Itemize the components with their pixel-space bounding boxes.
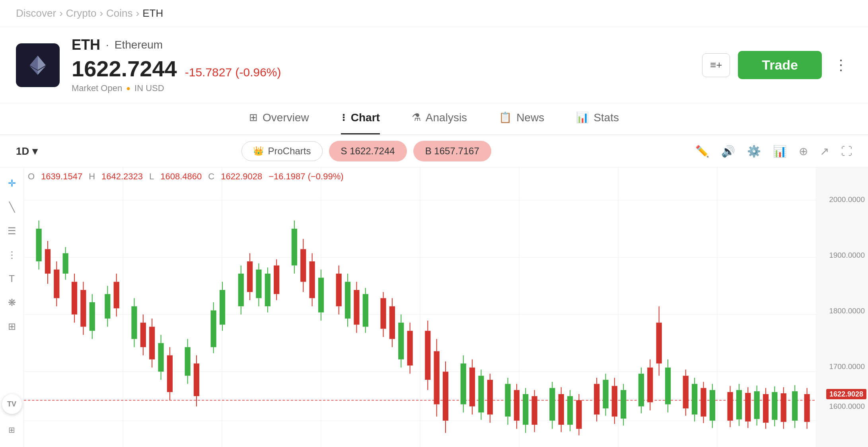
price-label-1600: 1600.0000	[829, 402, 865, 411]
tab-news[interactable]: 📋 News	[499, 103, 544, 134]
zoom-in-button[interactable]: ⊕	[799, 145, 808, 158]
watchlist-icon: ≡+	[710, 59, 722, 71]
svg-rect-84	[274, 265, 279, 294]
svg-rect-81	[265, 274, 271, 306]
trade-button[interactable]: Trade	[738, 51, 822, 79]
breadcrumb-crypto[interactable]: Crypto	[66, 7, 97, 19]
svg-rect-141	[487, 380, 493, 414]
svg-rect-51	[149, 327, 155, 360]
svg-rect-177	[621, 390, 626, 419]
price-label-1700: 1700.0000	[829, 362, 865, 371]
crown-icon: 👑	[253, 146, 264, 156]
price-change: -15.7827 (-0.96%)	[185, 66, 281, 79]
breadcrumb-coins[interactable]: Coins	[106, 7, 132, 19]
more-tools[interactable]: ⊞	[4, 319, 20, 334]
svg-rect-72	[238, 274, 244, 306]
svg-rect-111	[380, 298, 386, 329]
header-price: 1622.7244 -15.7827 (-0.96%)	[72, 56, 690, 82]
text-tool[interactable]: T	[4, 271, 20, 287]
line-tool[interactable]: ╲	[4, 199, 20, 215]
svg-rect-207	[736, 390, 742, 420]
ohlc-h-value: 1642.2323	[101, 171, 143, 182]
tab-overview[interactable]: ⊞ Overview	[249, 103, 309, 134]
draw-button[interactable]: ✏️	[695, 145, 709, 158]
svg-rect-42	[114, 282, 119, 309]
procharts-label: ProCharts	[268, 146, 311, 157]
svg-rect-33	[80, 290, 86, 327]
svg-rect-117	[398, 323, 404, 359]
tv-watermark: TV	[2, 394, 22, 414]
settings-gear[interactable]: ⊞	[4, 422, 20, 438]
chart-icon: ⫶	[341, 111, 346, 124]
svg-rect-57	[167, 355, 173, 392]
news-icon: 📋	[499, 111, 512, 124]
candlestick-chart	[24, 167, 816, 447]
header-info: ETH · Ethereum 1622.7244 -15.7827 (-0.96…	[72, 37, 690, 93]
chart-main[interactable]: O 1639.1547 H 1642.2323 L 1608.4860 C 16…	[24, 167, 816, 447]
price-label-1800: 1800.0000	[829, 307, 865, 315]
stock-header: ETH · Ethereum 1622.7244 -15.7827 (-0.96…	[0, 27, 868, 103]
bar-style-button[interactable]: 📊	[773, 145, 787, 158]
procharts-button[interactable]: 👑 ProCharts	[241, 141, 322, 161]
timeframe-selector[interactable]: 1D ▾	[16, 145, 37, 157]
header-actions: ≡+ Trade ⋮	[702, 51, 852, 79]
svg-rect-129	[443, 372, 448, 421]
tab-chart[interactable]: ⫶ Chart	[341, 103, 380, 134]
svg-rect-144	[505, 384, 510, 416]
sell-button[interactable]: S 1622.7244	[329, 141, 407, 161]
horizontal-tool[interactable]: ☰	[4, 223, 20, 239]
coin-name: Ethereum	[115, 39, 163, 51]
svg-rect-192	[683, 376, 689, 408]
current-price-badge: 1622.9028	[826, 390, 866, 398]
share-button[interactable]: ↗	[820, 145, 829, 158]
tab-analysis[interactable]: ⚗ Analysis	[412, 103, 467, 134]
svg-rect-21	[45, 249, 51, 274]
svg-rect-18	[36, 229, 41, 261]
svg-rect-147	[514, 390, 520, 421]
svg-rect-210	[745, 393, 751, 422]
header-title: ETH · Ethereum	[72, 37, 690, 53]
breadcrumb-eth[interactable]: ETH	[142, 7, 163, 19]
svg-rect-213	[754, 391, 759, 419]
toolbar-right: ✏️ 🔊 ⚙️ 📊 ⊕ ↗ ⛶	[695, 145, 852, 158]
crosshair-tool[interactable]: ✛	[4, 175, 20, 191]
tab-stats-label: Stats	[594, 111, 619, 124]
price-axis: 2000.0000 1900.0000 1800.0000 1700.0000 …	[816, 167, 868, 447]
svg-rect-168	[594, 384, 599, 414]
vertical-tool[interactable]: ⋮	[4, 247, 20, 263]
svg-rect-120	[407, 331, 413, 365]
svg-rect-195	[692, 384, 697, 414]
breadcrumb: Discover › Crypto › Coins › ETH	[0, 0, 868, 27]
breadcrumb-sep-1: ›	[59, 7, 63, 19]
indicators-button[interactable]: 🔊	[721, 145, 735, 158]
toolbar-center: 👑 ProCharts S 1622.7244 B 1657.7167	[45, 141, 687, 161]
path-tool[interactable]: ❋	[4, 295, 20, 311]
price-value: 1622.7244	[72, 56, 177, 82]
ohlc-c-value: 1622.9028	[221, 171, 262, 182]
svg-rect-174	[612, 386, 617, 416]
settings-button[interactable]: ⚙️	[747, 145, 761, 158]
svg-rect-30	[72, 282, 77, 315]
fullscreen-button[interactable]: ⛶	[841, 145, 852, 158]
tab-chart-label: Chart	[351, 111, 380, 124]
svg-rect-153	[532, 396, 537, 425]
svg-rect-225	[792, 391, 798, 421]
ohlc-o-value: 1639.1547	[41, 171, 82, 182]
breadcrumb-sep-2: ›	[99, 7, 103, 19]
ohlc-l-label: L	[149, 171, 154, 182]
watchlist-button[interactable]: ≡+	[702, 53, 730, 77]
more-options-button[interactable]: ⋮	[830, 53, 852, 78]
svg-rect-216	[763, 394, 769, 423]
svg-rect-222	[781, 393, 786, 422]
tab-stats[interactable]: 📊 Stats	[576, 103, 619, 134]
breadcrumb-discover[interactable]: Discover	[16, 7, 56, 19]
buy-button[interactable]: B 1657.7167	[413, 141, 491, 161]
ohlc-info: O 1639.1547 H 1642.2323 L 1608.4860 C 16…	[28, 171, 344, 182]
market-dot: ●	[126, 84, 130, 93]
svg-rect-180	[638, 374, 644, 406]
header-separator: ·	[106, 39, 109, 51]
svg-rect-159	[559, 394, 564, 425]
svg-rect-162	[567, 396, 573, 425]
svg-rect-138	[478, 376, 484, 412]
svg-rect-66	[211, 310, 216, 347]
